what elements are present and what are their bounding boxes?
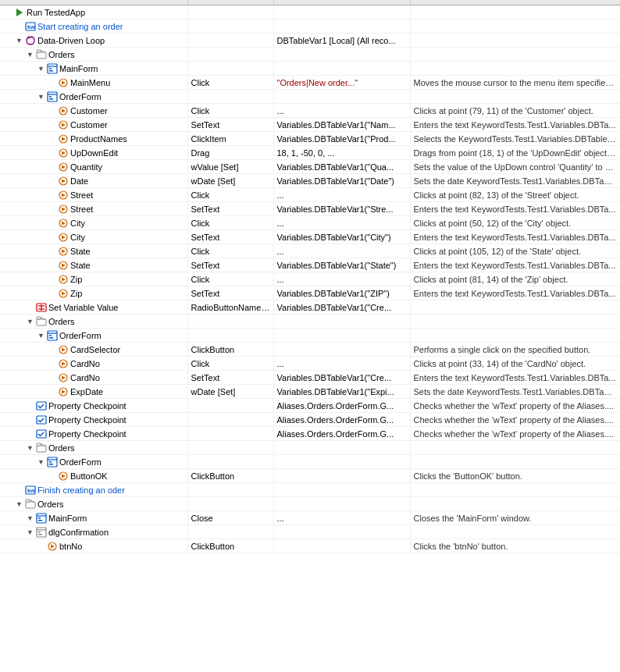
expand-icon[interactable]: ▼ — [37, 65, 45, 73]
table-row[interactable]: CustomerClick...Clicks at point (79, 11)… — [0, 104, 620, 118]
tree-item-cell[interactable]: Run TestedApp — [0, 5, 187, 20]
tree-item-cell[interactable]: ▼Orders — [0, 441, 187, 455]
table-row[interactable]: ▼Orders — [0, 497, 620, 511]
tree-item-cell[interactable]: ▼Orders — [0, 497, 187, 511]
tree-item-cell[interactable]: btnNo — [0, 539, 187, 553]
expand-icon[interactable]: ▼ — [37, 458, 45, 466]
table-row[interactable]: StreetSetTextVariables.DBTableVar1("Stre… — [0, 202, 620, 216]
expand-icon[interactable]: ▼ — [37, 332, 45, 340]
table-row[interactable]: QuantitywValue [Set]Variables.DBTableVar… — [0, 160, 620, 174]
expand-icon[interactable]: ▼ — [16, 500, 23, 508]
operation-cell: Click — [187, 104, 273, 118]
tree-item-cell[interactable]: Zip — [0, 286, 187, 300]
table-row[interactable]: ▼dlgConfirmation — [0, 525, 620, 539]
tree-item-cell[interactable]: City — [0, 216, 187, 230]
table-row[interactable]: CityClick...Clicks at point (50, 12) of … — [0, 216, 620, 230]
tree-item-cell[interactable]: Customer — [0, 104, 187, 118]
expand-icon[interactable]: ▼ — [27, 318, 34, 325]
tree-item-cell[interactable]: State — [0, 244, 187, 258]
table-row[interactable]: ProductNamesClickItemVariables.DBTableVa… — [0, 132, 620, 146]
table-row[interactable]: CardNoClick...Clicks at point (33, 14) o… — [0, 357, 620, 371]
table-row[interactable]: DatewDate [Set]Variables.DBTableVar1("Da… — [0, 174, 620, 188]
table-row[interactable]: ▼MainForm — [0, 62, 620, 76]
tree-item-cell[interactable]: ▼OrderForm — [0, 329, 187, 343]
table-row[interactable]: Set Variable ValueRadioButtonName [Pr...… — [0, 300, 620, 315]
table-row[interactable]: ZipSetTextVariables.DBTableVar1("ZIP")En… — [0, 286, 620, 300]
table-row[interactable]: CardNoSetTextVariables.DBTableVar1("Cre.… — [0, 371, 620, 385]
tree-item-cell[interactable]: Set Variable Value — [0, 300, 187, 315]
tree-item-cell[interactable]: ▼OrderForm — [0, 455, 187, 469]
svg-rect-76 — [26, 500, 30, 502]
value-cell — [273, 441, 410, 455]
tree-item-cell[interactable]: City — [0, 230, 187, 244]
table-row[interactable]: ▼Data-Driven LoopDBTableVar1 [Local] (Al… — [0, 34, 620, 48]
operation-cell — [187, 427, 273, 441]
table-row[interactable]: CitySetTextVariables.DBTableVar1("City")… — [0, 230, 620, 244]
tree-item-cell[interactable]: Customer — [0, 118, 187, 132]
tree-item-cell[interactable]: ▼Orders — [0, 48, 187, 62]
expand-icon[interactable]: ▼ — [37, 93, 45, 101]
table-row[interactable]: Property CheckpointAliases.Orders.OrderF… — [0, 413, 620, 427]
tree-item-cell[interactable]: CardSelector — [0, 343, 187, 357]
tree-item-cell[interactable]: Quantity — [0, 160, 187, 174]
tree-item-cell[interactable]: Property Checkpoint — [0, 413, 187, 427]
table-row[interactable]: ▼OrderForm — [0, 90, 620, 104]
table-row[interactable]: ZipClick...Clicks at point (81, 14) of t… — [0, 272, 620, 286]
tree-item-cell[interactable]: ▼MainForm — [0, 62, 187, 76]
tree-item-cell[interactable]: ▼OrderForm — [0, 90, 187, 104]
table-row[interactable]: ▼OrderForm — [0, 455, 620, 469]
table-row[interactable]: CardSelectorClickButtonPerforms a single… — [0, 343, 620, 357]
table-row[interactable]: StreetClick...Clicks at point (82, 13) o… — [0, 188, 620, 202]
tree-item-cell[interactable]: ▼Data-Driven Loop — [0, 34, 187, 48]
tree-item-cell[interactable]: Date — [0, 174, 187, 188]
expand-icon[interactable]: ▼ — [27, 51, 34, 59]
tree-item-cell[interactable]: Street — [0, 202, 187, 216]
tree-item-cell[interactable]: Zip — [0, 272, 187, 286]
tree-item-cell[interactable]: CardNo — [0, 371, 187, 385]
table-row[interactable]: Property CheckpointAliases.Orders.OrderF… — [0, 399, 620, 413]
table-row[interactable]: StateClick...Clicks at point (105, 12) o… — [0, 244, 620, 258]
table-row[interactable]: kwStart creating an order — [0, 20, 620, 34]
table-row[interactable]: kwFinish creating an oder — [0, 483, 620, 497]
tree-item-cell[interactable]: ProductNames — [0, 132, 187, 146]
table-row[interactable]: ExpDatewDate [Set]Variables.DBTableVar1(… — [0, 385, 620, 399]
table-row[interactable]: Run TestedApp — [0, 5, 620, 20]
expand-icon[interactable]: ▼ — [16, 37, 23, 44]
table-row[interactable]: ▼MainFormClose...Closes the 'MainForm' w… — [0, 511, 620, 525]
expand-icon[interactable]: ▼ — [27, 514, 34, 522]
table-row[interactable]: btnNoClickButtonClicks the 'btnNo' butto… — [0, 539, 620, 553]
tree-item-cell[interactable]: ▼MainForm — [0, 511, 187, 525]
table-row[interactable]: ▼Orders — [0, 48, 620, 62]
table-row[interactable]: MainMenuClick"Orders|New order..."Moves … — [0, 76, 620, 90]
table-row[interactable]: ▼Orders — [0, 315, 620, 329]
tree-item-cell[interactable]: Property Checkpoint — [0, 427, 187, 441]
tree-item-cell[interactable]: kwStart creating an order — [0, 20, 187, 34]
svg-rect-4 — [37, 52, 46, 59]
expand-icon[interactable]: ▼ — [27, 528, 34, 536]
tree-item-cell[interactable]: kwFinish creating an oder — [0, 483, 187, 497]
table-row[interactable]: ▼OrderForm — [0, 329, 620, 343]
tree-item-cell[interactable]: MainMenu — [0, 76, 187, 90]
description-cell — [410, 62, 620, 76]
tree-item-cell[interactable]: ExpDate — [0, 385, 187, 399]
tree-item-cell[interactable]: ▼Orders — [0, 315, 187, 329]
table-row[interactable]: Property CheckpointAliases.Orders.OrderF… — [0, 427, 620, 441]
svg-marker-0 — [16, 9, 23, 16]
tree-item-cell[interactable]: State — [0, 258, 187, 272]
tree-container[interactable]: Run TestedAppkwStart creating an order▼D… — [0, 0, 620, 672]
svg-marker-55 — [62, 347, 66, 351]
tree-item-cell[interactable]: ButtonOK — [0, 469, 187, 483]
table-row[interactable]: StateSetTextVariables.DBTableVar1("State… — [0, 258, 620, 272]
table-row[interactable]: ▼Orders — [0, 441, 620, 455]
table-row[interactable]: CustomerSetTextVariables.DBTableVar1("Na… — [0, 118, 620, 132]
tree-item-cell[interactable]: ▼dlgConfirmation — [0, 525, 187, 539]
tree-item-cell[interactable]: Street — [0, 188, 187, 202]
tree-item-cell[interactable]: Property Checkpoint — [0, 399, 187, 413]
tree-item-cell[interactable]: CardNo — [0, 357, 187, 371]
value-cell — [273, 5, 410, 20]
expand-icon[interactable]: ▼ — [27, 444, 34, 452]
checkpoint-icon — [36, 400, 47, 411]
tree-item-cell[interactable]: UpDownEdit — [0, 146, 187, 160]
table-row[interactable]: UpDownEditDrag18, 1, -50, 0, ...Drags fr… — [0, 146, 620, 160]
table-row[interactable]: ButtonOKClickButtonClicks the 'ButtonOK'… — [0, 469, 620, 483]
